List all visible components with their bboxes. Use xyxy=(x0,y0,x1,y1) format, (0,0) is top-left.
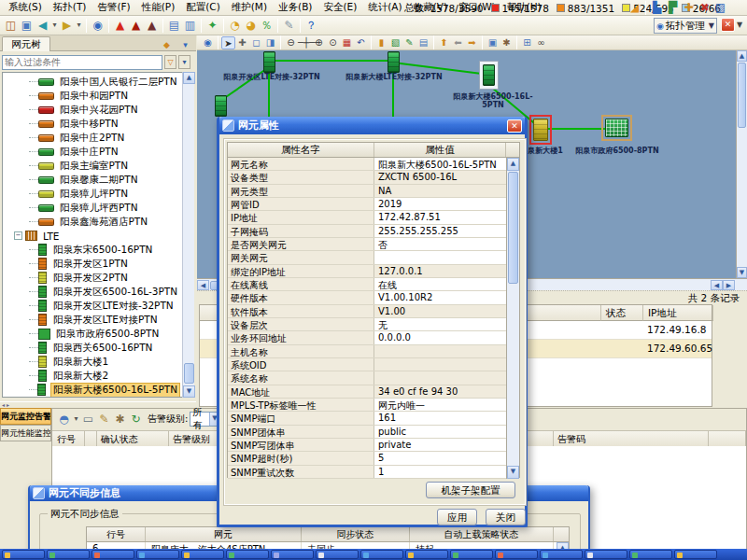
scroll-up-icon[interactable]: ▲ xyxy=(737,50,747,62)
menu-item[interactable]: 统计(A) xyxy=(362,0,407,15)
property-row[interactable]: 网管ID2019 xyxy=(228,198,506,211)
tree-item[interactable]: 阳泉新大楼6500-16L-5PTN xyxy=(3,383,180,397)
property-value[interactable]: 172.42.87.51 xyxy=(374,211,506,223)
forward-icon[interactable]: ▶ xyxy=(59,18,75,34)
taskbar-window-button[interactable] xyxy=(181,550,224,559)
scroll-down-icon[interactable]: ▼ xyxy=(507,466,519,479)
topo-settings-icon[interactable]: ✱ xyxy=(500,36,514,49)
property-value[interactable]: 无 xyxy=(374,318,506,330)
zoom-out-icon[interactable]: ⊖ xyxy=(284,36,298,49)
export-alarm-icon[interactable]: ◓ xyxy=(56,412,72,427)
property-row[interactable]: SNMP重试次数1 xyxy=(228,466,506,479)
zoom-region-icon[interactable]: ◨ xyxy=(263,36,277,49)
property-value[interactable]: 阳泉新大楼6500-16L-5PTN xyxy=(374,158,506,170)
tree-item[interactable]: 阳泉獐儿坪PTN xyxy=(3,187,180,201)
node-edge-device[interactable] xyxy=(215,95,227,117)
node-xindalou-6500[interactable] xyxy=(480,62,498,89)
property-value[interactable]: 161 xyxy=(374,412,506,424)
stat-report-icon[interactable]: ▙ xyxy=(649,0,665,16)
alarm-column[interactable]: 行号 xyxy=(53,431,85,447)
clock-sync-icon[interactable]: ◕ xyxy=(243,18,259,34)
filter-input[interactable] xyxy=(2,55,162,70)
taskbar-window-button[interactable] xyxy=(47,550,90,559)
taskbar-window-button[interactable] xyxy=(629,550,672,559)
sync-column[interactable]: 行号 xyxy=(87,527,146,541)
property-row[interactable]: IP地址172.42.87.51 xyxy=(228,211,506,224)
tree-item[interactable]: 阳泉馨康二期PTN xyxy=(3,173,180,187)
property-value[interactable]: V1.00 xyxy=(374,305,506,317)
property-row[interactable]: 是否网关网元否 xyxy=(228,238,506,251)
property-row[interactable]: 网元名称阳泉新大楼6500-16L-5PTN xyxy=(228,158,506,171)
tree-item[interactable]: 阳泉市政府6500-8PTN xyxy=(3,327,180,341)
property-value[interactable]: 网元内唯一 xyxy=(374,399,506,411)
property-row[interactable]: 软件版本V1.00 xyxy=(228,305,506,318)
menu-item[interactable]: 配置(C) xyxy=(180,0,226,15)
tree-item[interactable]: 阳泉开发区LTE对接-32PTN xyxy=(3,299,180,313)
property-value[interactable]: 1 xyxy=(374,466,506,478)
property-value[interactable]: ZXCTN 6500-16L xyxy=(374,171,506,183)
property-value[interactable]: 34 e0 cf fe 94 30 xyxy=(374,385,506,398)
panel-menu-icon[interactable]: ▾ xyxy=(177,37,193,53)
node-kaifaqu-lte32[interactable] xyxy=(263,51,275,73)
lock-layout-icon[interactable]: ▮ xyxy=(374,36,388,49)
alarm-column[interactable] xyxy=(85,431,97,447)
export-image-icon[interactable]: ▧ xyxy=(388,36,402,49)
filter-funnel-button[interactable]: ▽ xyxy=(164,55,176,69)
taskbar-window-button[interactable] xyxy=(585,550,627,559)
alarm-shield-icon[interactable]: ▲ xyxy=(144,18,160,34)
property-row[interactable]: 在线离线在线 xyxy=(228,278,506,291)
select-cursor-icon[interactable]: ➤ xyxy=(221,36,235,49)
tree-item[interactable]: 阳泉主编室PTN xyxy=(3,159,180,173)
rack-config-button[interactable]: 机架子架配置 xyxy=(426,482,515,498)
alarm-current-icon[interactable]: ▲ xyxy=(112,18,128,34)
property-value[interactable]: private xyxy=(374,439,506,451)
topology-home-icon[interactable]: ◉ xyxy=(90,18,106,34)
stat-export-icon[interactable]: ▨ xyxy=(712,0,728,16)
taskbar-window-button[interactable] xyxy=(92,550,134,559)
tree-item[interactable]: 阳泉开发区LTE对接PTN xyxy=(3,313,180,327)
scroll-thumb[interactable] xyxy=(738,63,746,128)
expander-icon[interactable]: − xyxy=(14,231,22,240)
scroll-left-icon[interactable]: ◀ xyxy=(197,280,209,290)
canvas-vertical-scrollbar[interactable]: ▲ ▼ xyxy=(736,50,747,278)
property-row[interactable]: 主机名称 xyxy=(228,345,506,358)
back-menu-icon[interactable]: ▾ xyxy=(50,18,59,34)
tree-item[interactable]: 阳泉东宋6500-16PTN xyxy=(3,243,180,257)
stat-task-icon[interactable]: ▛ xyxy=(665,0,681,16)
property-value[interactable]: 127.0.0.1 xyxy=(374,265,506,277)
tree-item[interactable]: 阳泉开发区2PTN xyxy=(3,271,180,285)
edit-topology-icon[interactable]: ✎ xyxy=(402,36,416,49)
property-scrollbar[interactable]: ▲ ▼ xyxy=(506,158,519,479)
pan-hand-icon[interactable]: ✚ xyxy=(235,36,249,49)
taskbar-window-button[interactable] xyxy=(450,550,493,559)
alarm-sound-icon[interactable]: ◢ xyxy=(627,0,642,16)
edit-forbid-icon[interactable]: ✎ xyxy=(281,18,297,34)
property-row[interactable]: SNMP端口161 xyxy=(228,412,506,425)
close-view-button[interactable]: ✕ xyxy=(721,18,735,32)
close-button[interactable]: 关闭 xyxy=(486,509,526,525)
scroll-up-icon[interactable]: ▲ xyxy=(183,72,195,84)
save-topo-icon[interactable]: ⊞ xyxy=(520,36,534,49)
menu-item[interactable]: 维护(M) xyxy=(226,0,273,15)
taskbar-window-button[interactable] xyxy=(316,550,359,559)
lock-terminal-icon[interactable]: ▣ xyxy=(19,18,35,34)
property-row[interactable]: 系统OID xyxy=(228,358,506,371)
stat-add-icon[interactable]: ✚ xyxy=(681,0,697,16)
taskbar-window-button[interactable] xyxy=(405,550,448,559)
column-attribute-name[interactable]: 属性名字 xyxy=(228,143,374,157)
taskbar-window-button[interactable] xyxy=(360,550,403,559)
property-value[interactable]: V1.00.10R2 xyxy=(374,291,506,303)
scroll-left-icon[interactable]: ◀ xyxy=(711,280,723,290)
tree-item[interactable]: 阳泉中移PTN xyxy=(3,117,180,131)
tree-item[interactable]: 阳泉中国人民银行二层PTN xyxy=(3,75,180,89)
menu-item[interactable]: 拓扑(T) xyxy=(48,0,92,15)
tree-item[interactable]: 阳泉新大楼2 xyxy=(3,369,180,383)
property-row[interactable]: 业务环回地址0.0.0.0 xyxy=(228,331,506,344)
taskbar-window-button[interactable] xyxy=(495,550,538,559)
property-value[interactable]: 255.255.255.255 xyxy=(374,225,506,237)
tree-item[interactable]: 阳泉獐儿坪西PTN xyxy=(3,201,180,215)
alarm-level-select[interactable]: 所有 ▼ xyxy=(190,412,219,427)
property-row[interactable]: 设备层次无 xyxy=(228,318,506,331)
column-ip[interactable]: IP地址 xyxy=(643,305,713,321)
zoom-actual-icon[interactable]: ⊙ xyxy=(326,36,340,49)
